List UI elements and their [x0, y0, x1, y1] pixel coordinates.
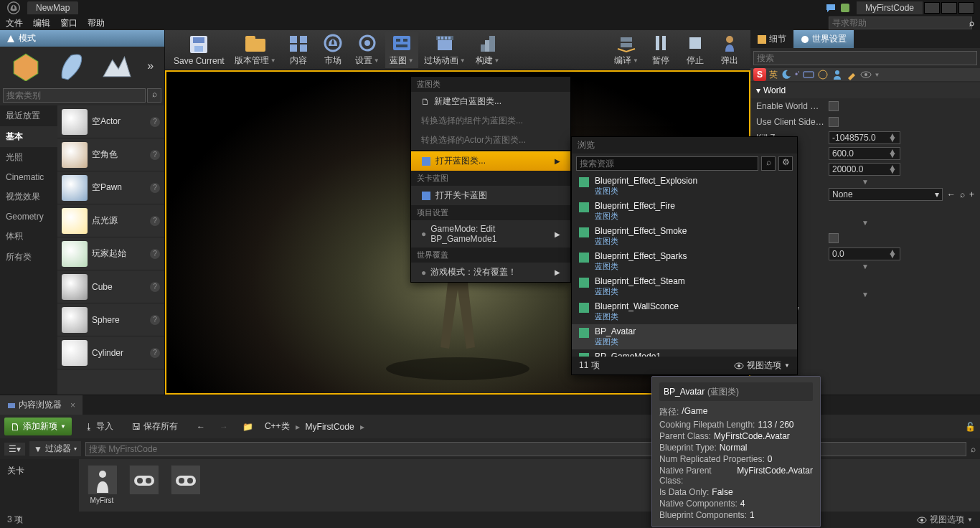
moon-icon[interactable]	[781, 69, 792, 80]
place-item[interactable]: Sphere?	[57, 303, 164, 336]
eject-button[interactable]: 弹出	[713, 32, 746, 68]
expand-icon[interactable]: ▼	[862, 291, 869, 298]
expand-icon[interactable]: ▼	[862, 263, 869, 270]
place-item[interactable]: 空角色?	[57, 138, 164, 171]
enable-wc-checkbox[interactable]	[829, 101, 839, 111]
save-button[interactable]: Save Current	[169, 33, 229, 67]
tree-item[interactable]: 关卡	[4, 463, 75, 478]
source-icon[interactable]	[839, 2, 851, 14]
expand-icon[interactable]: ▼	[862, 219, 869, 227]
asset-row[interactable]: Blueprint_WallSconce蓝图类	[572, 299, 797, 324]
lock-icon[interactable]: 🔓	[965, 422, 976, 432]
search-icon[interactable]: ⌕	[971, 444, 976, 454]
plus-icon[interactable]: +	[969, 189, 974, 199]
category-item[interactable]: Geometry	[0, 207, 57, 226]
section-world[interactable]: ▾ World	[750, 82, 980, 98]
nav-fwd-button[interactable]: →	[214, 419, 234, 435]
asset-row[interactable]: BP_GameMode1蓝图类	[572, 349, 797, 357]
category-item[interactable]: Cinematic	[0, 168, 57, 187]
cinematics-button[interactable]: 过场动画▼	[420, 32, 470, 68]
view-options-button[interactable]: 视图选项▼	[734, 359, 790, 372]
asset-row[interactable]: Blueprint_Effect_Sparks蓝图类	[572, 249, 797, 274]
close-tab-icon[interactable]: ×	[70, 400, 75, 410]
place-item[interactable]: Cube?	[57, 270, 164, 303]
menu-new-empty-bp[interactable]: 🗋新建空白蓝图类...	[411, 92, 570, 111]
close-button[interactable]	[958, 2, 974, 14]
category-item[interactable]: 基本	[0, 126, 57, 147]
blueprints-button[interactable]: 蓝图▼	[385, 32, 418, 68]
nav-back-button[interactable]: ←	[191, 419, 211, 435]
asset-tile[interactable]	[126, 465, 161, 496]
asset-row[interactable]: Blueprint_Effect_Steam蓝图类	[572, 274, 797, 299]
map-tab[interactable]: NewMap	[27, 1, 78, 14]
sogou-icon[interactable]: S	[753, 68, 766, 81]
menu-open-level-bp[interactable]: 打开关卡蓝图	[411, 186, 570, 205]
project-tab[interactable]: MyFirstCode	[857, 1, 923, 14]
menu-gamemode[interactable]: ●GameMode: Edit BP_GameMode1▶	[411, 220, 570, 248]
menu-edit[interactable]: 编辑	[33, 17, 50, 29]
view-options-button[interactable]: 视图选项▼	[917, 514, 973, 526]
category-item[interactable]: 光照	[0, 147, 57, 168]
tab-world-settings[interactable]: 世界设置	[793, 30, 854, 48]
search-icon[interactable]: ⌕	[147, 88, 161, 103]
landscape-mode-icon[interactable]	[102, 51, 132, 81]
place-item[interactable]: 玩家起始?	[57, 237, 164, 270]
help-search-input[interactable]	[829, 16, 972, 29]
marketplace-button[interactable]: 市场	[316, 32, 349, 68]
cefie-input[interactable]: 20000.0▲▼	[829, 163, 900, 176]
content-browser-tab[interactable]: 内容浏览器 ×	[0, 395, 83, 415]
paint-mode-icon[interactable]	[56, 51, 86, 81]
killz-input[interactable]: -1048575.0▲▼	[829, 131, 900, 144]
menu-help[interactable]: 帮助	[88, 17, 105, 29]
menu-window[interactable]: 窗口	[60, 17, 77, 29]
details-search-input[interactable]	[753, 51, 977, 65]
menu-world-override[interactable]: ●游戏模式：没有覆盖！▶	[411, 263, 570, 282]
category-item[interactable]: 视觉效果	[0, 187, 57, 207]
add-icon[interactable]: ←	[947, 189, 956, 199]
menu-file[interactable]: 文件	[6, 17, 23, 29]
import-button[interactable]: ⭳导入	[79, 418, 119, 435]
content-search-input[interactable]	[85, 442, 966, 456]
place-item[interactable]: 空Pawn?	[57, 171, 164, 204]
search-icon[interactable]: ⌕	[761, 156, 776, 171]
source-control-button[interactable]: 版本管理▼	[230, 32, 281, 68]
person-icon[interactable]	[831, 69, 843, 80]
place-item[interactable]: Cylinder?	[57, 336, 164, 369]
tab-details[interactable]: 细节	[750, 30, 793, 48]
ime-punct-icon[interactable]: •'	[795, 70, 800, 80]
asset-row[interactable]: Blueprint_Effect_Smoke蓝图类	[572, 224, 797, 249]
settings-button[interactable]: 设置▼	[351, 32, 384, 68]
help-icon[interactable]: ?	[150, 315, 160, 325]
help-icon[interactable]: ?	[150, 117, 160, 127]
category-item[interactable]: 体积	[0, 226, 57, 247]
asset-search-input[interactable]	[576, 156, 758, 171]
asset-tile[interactable]	[168, 465, 202, 496]
z-input[interactable]: 0.0▲▼	[829, 248, 900, 260]
search-icon[interactable]: ⌕	[960, 189, 965, 199]
tool-icon[interactable]	[846, 69, 857, 80]
maximize-button[interactable]	[941, 2, 957, 14]
pause-button[interactable]: 暂停	[644, 32, 677, 68]
help-icon[interactable]: ?	[150, 348, 160, 358]
dgra-checkbox[interactable]	[829, 233, 839, 243]
clientside-checkbox[interactable]	[829, 117, 839, 127]
modes-search-input[interactable]	[3, 88, 146, 103]
compile-button[interactable]: 编译▼	[610, 32, 643, 68]
view-mode-button[interactable]: ☰▾	[4, 443, 25, 456]
asset-row[interactable]: Blueprint_Effect_Fire蓝图类	[572, 199, 797, 224]
category-item[interactable]: 所有类	[0, 247, 57, 268]
chat-icon[interactable]	[825, 2, 837, 14]
menu-open-bp-class[interactable]: 打开蓝图类...▶	[411, 151, 570, 171]
search-icon[interactable]: ⌕	[969, 18, 974, 28]
breadcrumb[interactable]: MyFirstCode	[303, 422, 357, 432]
override-combo[interactable]: None▾	[829, 188, 943, 201]
category-item[interactable]: 最近放置	[0, 105, 57, 126]
help-icon[interactable]: ?	[150, 216, 160, 226]
stop-button[interactable]: 停止	[679, 32, 712, 68]
modes-header[interactable]: 模式	[0, 30, 164, 47]
settings-icon[interactable]: ⚙	[778, 156, 793, 171]
filters-button[interactable]: ▼过滤器▾	[29, 441, 81, 456]
dista-input[interactable]: 600.0▲▼	[829, 147, 900, 160]
folder-up-icon[interactable]: 📁	[237, 419, 259, 435]
asset-row[interactable]: Blueprint_Effect_Explosion蓝图类	[572, 174, 797, 199]
